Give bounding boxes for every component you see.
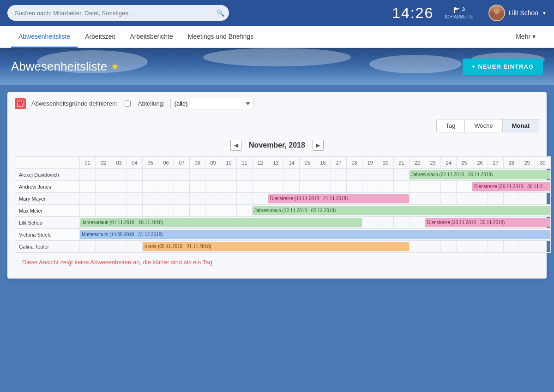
event-cell[interactable]: Krank (05.11.2018 - 21.11.2018) <box>143 241 409 253</box>
empty-day-cell <box>441 193 457 205</box>
calendar-header-row: 01 02 03 04 05 06 07 08 09 10 11 12 13 1… <box>15 157 551 169</box>
event-cell[interactable]: Mutterschutz (14.08.2018 - 31.12.2018) <box>80 229 551 241</box>
empty-day-cell <box>127 181 143 193</box>
empty-day-cell <box>409 193 425 205</box>
empty-day-cell <box>394 217 409 229</box>
nav-meetings[interactable]: Meetings und Briefings <box>181 26 261 48</box>
empty-day-cell <box>315 181 331 193</box>
empty-day-cell <box>394 181 409 193</box>
employee-name[interactable]: Alexej Davidovich <box>15 169 80 181</box>
header-user[interactable]: Lilit Schoo ▼ <box>488 5 547 21</box>
empty-day-cell <box>127 193 143 205</box>
view-tag-button[interactable]: Tag <box>436 119 465 132</box>
content-panel: Abwesenheitsgründe definieren: Abteilung… <box>7 92 547 279</box>
day-header-14: 14 <box>284 157 300 169</box>
svg-rect-10 <box>18 101 23 103</box>
nav-bar: Abwesenheitsliste Arbeitszeit Arbeitsber… <box>0 26 554 48</box>
employee-name[interactable]: Victoria Steele <box>15 229 80 241</box>
empty-day-cell <box>472 193 488 205</box>
day-header-26: 26 <box>472 157 488 169</box>
new-entry-button[interactable]: + NEUER EINTRAG <box>463 59 543 75</box>
empty-day-cell <box>300 181 315 193</box>
empty-day-cell <box>174 181 190 193</box>
day-header-30: 30 <box>535 157 551 169</box>
view-selector: Tag Woche Monat <box>7 115 547 136</box>
empty-day-cell <box>237 205 253 217</box>
empty-day-cell <box>143 169 158 181</box>
empty-day-cell <box>268 169 284 181</box>
empty-day-cell <box>127 169 143 181</box>
empty-day-cell <box>425 241 441 253</box>
empty-day-cell <box>504 241 519 253</box>
event-bar: Jahresurlaub (22.11.2018 - 30.11.2018) <box>409 170 550 179</box>
user-dropdown-icon[interactable]: ▼ <box>542 11 547 16</box>
nav-more[interactable]: Mehr ▾ <box>508 26 543 48</box>
empty-day-cell <box>221 181 237 193</box>
day-header-05: 05 <box>143 157 158 169</box>
header: 🔍 14:26 3 ICH ARBEITE Lilit Schoo ▼ <box>0 0 554 26</box>
employee-name[interactable]: Max Meier <box>15 205 80 217</box>
event-bar: Jahresurlaub (12.11.2018 - 02.12.2018) <box>253 206 550 215</box>
info-text: Diese Ansicht zeigt keine Abwesenheiten … <box>15 253 539 271</box>
table-row: Lilit SchooJahresurlaub (01.11.2018 - 18… <box>15 217 551 229</box>
filter-checkbox[interactable] <box>125 101 131 107</box>
empty-day-cell <box>158 205 174 217</box>
view-monat-button[interactable]: Monat <box>503 119 539 132</box>
empty-day-cell <box>347 169 362 181</box>
filter-bar: Abwesenheitsgründe definieren: Abteilung… <box>7 92 547 115</box>
employee-name[interactable]: Mary Mayer <box>15 193 80 205</box>
empty-day-cell <box>205 193 221 205</box>
search-icon: 🔍 <box>217 9 224 17</box>
work-status: ICH ARBEITE <box>445 14 473 19</box>
empty-day-cell <box>425 193 441 205</box>
empty-day-cell <box>96 205 111 217</box>
event-cell[interactable]: Jahresurlaub (01.11.2018 - 18.11.2018) <box>80 217 362 229</box>
day-header-27: 27 <box>488 157 504 169</box>
empty-day-cell <box>174 205 190 217</box>
empty-day-cell <box>457 181 472 193</box>
empty-day-cell <box>504 193 519 205</box>
employee-name[interactable]: Galina Tepfer <box>15 241 80 253</box>
empty-day-cell <box>362 169 378 181</box>
empty-day-cell <box>394 169 409 181</box>
empty-day-cell <box>457 193 472 205</box>
empty-day-cell <box>221 169 237 181</box>
empty-day-cell <box>331 169 347 181</box>
event-cell[interactable]: Dienstreise (26.11.2018 - 30.11.2... <box>472 181 551 193</box>
nav-arbeitszeit[interactable]: Arbeitszeit <box>78 26 122 48</box>
calendar-wrapper: ◀ November, 2018 ▶ 01 02 <box>7 136 547 279</box>
day-header-08: 08 <box>190 157 205 169</box>
favorite-star-icon[interactable]: ★ <box>111 61 119 72</box>
svg-point-3 <box>492 15 501 21</box>
event-cell[interactable]: Jahresurlaub (12.11.2018 - 02.12.2018) <box>253 205 551 217</box>
user-name-label: Lilit Schoo <box>509 9 539 17</box>
event-cell[interactable]: Dienstreise (23.11.2018 - 30.11.2018) <box>425 217 551 229</box>
employee-name[interactable]: Andrew Jones <box>15 181 80 193</box>
dept-select[interactable]: (alle) <box>170 98 253 109</box>
filter-label: Abwesenheitsgründe definieren: <box>31 100 117 107</box>
event-cell[interactable]: Jahresurlaub (22.11.2018 - 30.11.2018) <box>409 169 551 181</box>
empty-day-cell <box>111 193 127 205</box>
nav-arbeitsberichte[interactable]: Arbeitsberichte <box>122 26 180 48</box>
empty-day-cell <box>80 193 96 205</box>
nav-abwesenheitsliste[interactable]: Abwesenheitsliste <box>11 26 78 48</box>
empty-day-cell <box>441 181 457 193</box>
empty-day-cell <box>127 205 143 217</box>
employee-name[interactable]: Lilit Schoo <box>15 217 80 229</box>
view-woche-button[interactable]: Woche <box>465 119 502 132</box>
day-header-21: 21 <box>394 157 409 169</box>
day-header-01: 01 <box>80 157 96 169</box>
empty-day-cell <box>535 241 551 253</box>
empty-day-cell <box>174 169 190 181</box>
next-month-button[interactable]: ▶ <box>313 140 324 151</box>
search-input[interactable] <box>7 5 229 21</box>
empty-day-cell <box>519 241 535 253</box>
empty-day-cell <box>80 241 96 253</box>
empty-day-cell <box>378 181 394 193</box>
prev-month-button[interactable]: ◀ <box>230 140 241 151</box>
svg-marker-1 <box>455 7 460 10</box>
empty-day-cell <box>111 169 127 181</box>
table-row: Galina TepferKrank (05.11.2018 - 21.11.2… <box>15 241 551 253</box>
event-cell[interactable]: Dienstreise (13.11.2018 - 21.11.2018) <box>268 193 409 205</box>
day-header-15: 15 <box>300 157 315 169</box>
